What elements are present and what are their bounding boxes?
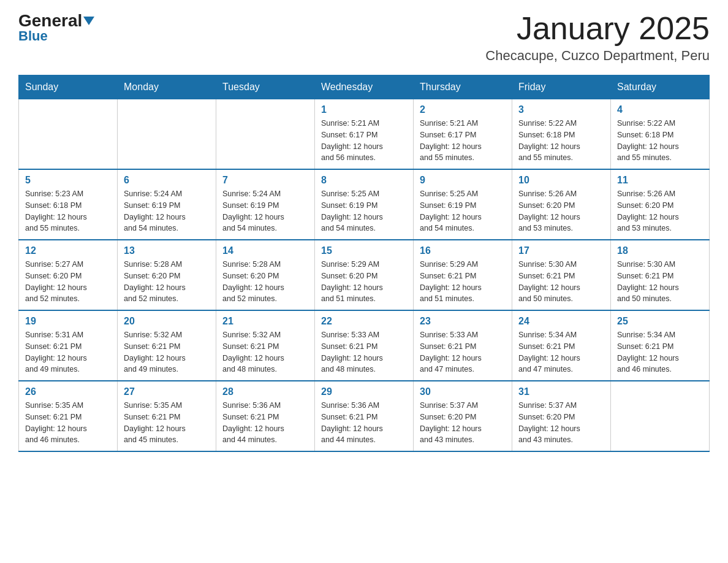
- calendar-cell: 23Sunrise: 5:33 AM Sunset: 6:21 PM Dayli…: [414, 310, 512, 381]
- day-info: Sunrise: 5:24 AM Sunset: 6:19 PM Dayligh…: [222, 188, 308, 234]
- day-info: Sunrise: 5:33 AM Sunset: 6:21 PM Dayligh…: [321, 329, 407, 375]
- day-number: 12: [25, 245, 111, 256]
- calendar-week-1: 1Sunrise: 5:21 AM Sunset: 6:17 PM Daylig…: [19, 99, 710, 170]
- calendar-cell: 24Sunrise: 5:34 AM Sunset: 6:21 PM Dayli…: [512, 310, 611, 381]
- calendar-cell: 28Sunrise: 5:36 AM Sunset: 6:21 PM Dayli…: [216, 381, 315, 451]
- calendar-cell: 13Sunrise: 5:28 AM Sunset: 6:20 PM Dayli…: [118, 240, 216, 310]
- calendar-cell: 3Sunrise: 5:22 AM Sunset: 6:18 PM Daylig…: [512, 99, 611, 170]
- calendar-cell: 26Sunrise: 5:35 AM Sunset: 6:21 PM Dayli…: [19, 381, 118, 451]
- day-info: Sunrise: 5:29 AM Sunset: 6:20 PM Dayligh…: [321, 259, 407, 305]
- calendar-cell: [216, 99, 315, 170]
- weekday-header-sunday: Sunday: [19, 75, 118, 99]
- weekday-header-monday: Monday: [118, 75, 216, 99]
- day-number: 25: [617, 316, 703, 327]
- day-info: Sunrise: 5:21 AM Sunset: 6:17 PM Dayligh…: [420, 118, 506, 164]
- page-header: General Blue January 2025 Checacupe, Cuz…: [18, 12, 710, 64]
- calendar-cell: [118, 99, 216, 170]
- day-info: Sunrise: 5:36 AM Sunset: 6:21 PM Dayligh…: [321, 400, 407, 446]
- day-info: Sunrise: 5:32 AM Sunset: 6:21 PM Dayligh…: [124, 329, 210, 375]
- logo-triangle-icon: [83, 17, 94, 25]
- day-number: 20: [124, 316, 210, 327]
- day-info: Sunrise: 5:22 AM Sunset: 6:18 PM Dayligh…: [518, 118, 604, 164]
- calendar-cell: 18Sunrise: 5:30 AM Sunset: 6:21 PM Dayli…: [611, 240, 710, 310]
- calendar-cell: 31Sunrise: 5:37 AM Sunset: 6:20 PM Dayli…: [512, 381, 611, 451]
- calendar-cell: 1Sunrise: 5:21 AM Sunset: 6:17 PM Daylig…: [315, 99, 414, 170]
- calendar-table: SundayMondayTuesdayWednesdayThursdayFrid…: [18, 75, 710, 452]
- day-info: Sunrise: 5:37 AM Sunset: 6:20 PM Dayligh…: [518, 400, 604, 446]
- day-number: 2: [420, 104, 506, 115]
- calendar-cell: 6Sunrise: 5:24 AM Sunset: 6:19 PM Daylig…: [118, 169, 216, 240]
- day-info: Sunrise: 5:23 AM Sunset: 6:18 PM Dayligh…: [25, 188, 111, 234]
- calendar-cell: 14Sunrise: 5:28 AM Sunset: 6:20 PM Dayli…: [216, 240, 315, 310]
- day-info: Sunrise: 5:31 AM Sunset: 6:21 PM Dayligh…: [25, 329, 111, 375]
- day-number: 24: [518, 316, 604, 327]
- day-number: 21: [222, 316, 308, 327]
- day-number: 19: [25, 316, 111, 327]
- weekday-header-wednesday: Wednesday: [315, 75, 414, 99]
- calendar-title: January 2025: [485, 12, 710, 44]
- calendar-cell: 7Sunrise: 5:24 AM Sunset: 6:19 PM Daylig…: [216, 169, 315, 240]
- day-info: Sunrise: 5:30 AM Sunset: 6:21 PM Dayligh…: [518, 259, 604, 305]
- calendar-cell: 16Sunrise: 5:29 AM Sunset: 6:21 PM Dayli…: [414, 240, 512, 310]
- day-number: 29: [321, 386, 407, 397]
- weekday-header-row: SundayMondayTuesdayWednesdayThursdayFrid…: [19, 75, 710, 99]
- day-number: 22: [321, 316, 407, 327]
- day-number: 28: [222, 386, 308, 397]
- weekday-header-saturday: Saturday: [611, 75, 710, 99]
- day-info: Sunrise: 5:26 AM Sunset: 6:20 PM Dayligh…: [617, 188, 703, 234]
- day-number: 17: [518, 245, 604, 256]
- calendar-cell: 22Sunrise: 5:33 AM Sunset: 6:21 PM Dayli…: [315, 310, 414, 381]
- day-number: 16: [420, 245, 506, 256]
- day-info: Sunrise: 5:35 AM Sunset: 6:21 PM Dayligh…: [25, 400, 111, 446]
- day-number: 30: [420, 386, 506, 397]
- day-info: Sunrise: 5:36 AM Sunset: 6:21 PM Dayligh…: [222, 400, 308, 446]
- day-info: Sunrise: 5:30 AM Sunset: 6:21 PM Dayligh…: [617, 259, 703, 305]
- day-info: Sunrise: 5:34 AM Sunset: 6:21 PM Dayligh…: [617, 329, 703, 375]
- calendar-cell: 11Sunrise: 5:26 AM Sunset: 6:20 PM Dayli…: [611, 169, 710, 240]
- calendar-cell: 12Sunrise: 5:27 AM Sunset: 6:20 PM Dayli…: [19, 240, 118, 310]
- day-number: 27: [124, 386, 210, 397]
- calendar-cell: 8Sunrise: 5:25 AM Sunset: 6:19 PM Daylig…: [315, 169, 414, 240]
- day-number: 6: [124, 175, 210, 186]
- calendar-cell: 9Sunrise: 5:25 AM Sunset: 6:19 PM Daylig…: [414, 169, 512, 240]
- day-number: 31: [518, 386, 604, 397]
- day-number: 26: [25, 386, 111, 397]
- calendar-cell: 4Sunrise: 5:22 AM Sunset: 6:18 PM Daylig…: [611, 99, 710, 170]
- day-number: 14: [222, 245, 308, 256]
- calendar-week-4: 19Sunrise: 5:31 AM Sunset: 6:21 PM Dayli…: [19, 310, 710, 381]
- day-info: Sunrise: 5:27 AM Sunset: 6:20 PM Dayligh…: [25, 259, 111, 305]
- calendar-cell: [19, 99, 118, 170]
- day-number: 15: [321, 245, 407, 256]
- calendar-cell: 10Sunrise: 5:26 AM Sunset: 6:20 PM Dayli…: [512, 169, 611, 240]
- calendar-cell: 27Sunrise: 5:35 AM Sunset: 6:21 PM Dayli…: [118, 381, 216, 451]
- calendar-cell: 20Sunrise: 5:32 AM Sunset: 6:21 PM Dayli…: [118, 310, 216, 381]
- calendar-cell: 21Sunrise: 5:32 AM Sunset: 6:21 PM Dayli…: [216, 310, 315, 381]
- day-info: Sunrise: 5:22 AM Sunset: 6:18 PM Dayligh…: [617, 118, 703, 164]
- day-number: 11: [617, 175, 703, 186]
- weekday-header-thursday: Thursday: [414, 75, 512, 99]
- calendar-subtitle: Checacupe, Cuzco Department, Peru: [485, 48, 710, 64]
- day-info: Sunrise: 5:28 AM Sunset: 6:20 PM Dayligh…: [222, 259, 308, 305]
- day-info: Sunrise: 5:29 AM Sunset: 6:21 PM Dayligh…: [420, 259, 506, 305]
- day-number: 10: [518, 175, 604, 186]
- calendar-cell: 25Sunrise: 5:34 AM Sunset: 6:21 PM Dayli…: [611, 310, 710, 381]
- day-info: Sunrise: 5:26 AM Sunset: 6:20 PM Dayligh…: [518, 188, 604, 234]
- day-number: 23: [420, 316, 506, 327]
- calendar-cell: 2Sunrise: 5:21 AM Sunset: 6:17 PM Daylig…: [414, 99, 512, 170]
- logo-blue: Blue: [18, 28, 48, 44]
- calendar-cell: 19Sunrise: 5:31 AM Sunset: 6:21 PM Dayli…: [19, 310, 118, 381]
- calendar-week-2: 5Sunrise: 5:23 AM Sunset: 6:18 PM Daylig…: [19, 169, 710, 240]
- day-info: Sunrise: 5:28 AM Sunset: 6:20 PM Dayligh…: [124, 259, 210, 305]
- day-info: Sunrise: 5:25 AM Sunset: 6:19 PM Dayligh…: [321, 188, 407, 234]
- day-info: Sunrise: 5:24 AM Sunset: 6:19 PM Dayligh…: [124, 188, 210, 234]
- calendar-header: SundayMondayTuesdayWednesdayThursdayFrid…: [19, 75, 710, 99]
- calendar-cell: 30Sunrise: 5:37 AM Sunset: 6:20 PM Dayli…: [414, 381, 512, 451]
- day-number: 9: [420, 175, 506, 186]
- day-number: 3: [518, 104, 604, 115]
- day-number: 8: [321, 175, 407, 186]
- calendar-body: 1Sunrise: 5:21 AM Sunset: 6:17 PM Daylig…: [19, 99, 710, 452]
- logo-general: General: [18, 12, 94, 29]
- day-info: Sunrise: 5:21 AM Sunset: 6:17 PM Dayligh…: [321, 118, 407, 164]
- day-info: Sunrise: 5:33 AM Sunset: 6:21 PM Dayligh…: [420, 329, 506, 375]
- calendar-week-5: 26Sunrise: 5:35 AM Sunset: 6:21 PM Dayli…: [19, 381, 710, 451]
